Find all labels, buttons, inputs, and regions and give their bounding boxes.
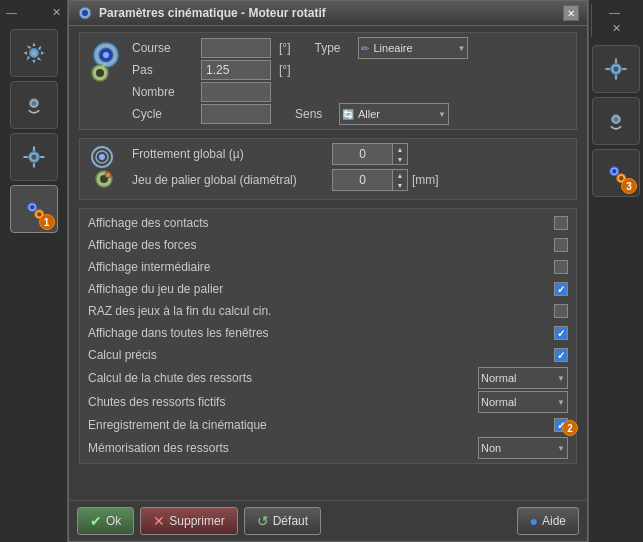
- ok-label: Ok: [106, 514, 121, 528]
- pas-unit: [°]: [279, 63, 290, 77]
- memorisation-arrow: ▼: [557, 444, 565, 453]
- pas-label: Pas: [132, 63, 197, 77]
- pas-input[interactable]: [201, 60, 271, 80]
- cb-5[interactable]: [554, 326, 568, 340]
- svg-point-7: [30, 205, 34, 209]
- left-sidebar-minus[interactable]: —: [6, 6, 17, 19]
- defaut-button[interactable]: ↺ Défaut: [244, 507, 321, 535]
- top-fields: Course [°] Type ✏ Lineaire ▼ Pas: [132, 37, 568, 125]
- jeu-input[interactable]: [332, 169, 392, 191]
- svg-point-16: [96, 69, 104, 77]
- cb-label-3: Affichage du jeu de palier: [88, 282, 548, 296]
- right-sidebar-close[interactable]: ✕: [612, 22, 621, 35]
- right-sidebar-btn-3-badge: 3: [621, 178, 637, 194]
- nombre-input[interactable]: [201, 82, 271, 102]
- dialog-close-btn[interactable]: ✕: [563, 5, 579, 21]
- main-dialog: Paramètres cinématique - Moteur rotatif …: [68, 0, 588, 542]
- aide-icon: ●: [530, 513, 538, 529]
- dialog-titlebar: Paramètres cinématique - Moteur rotatif …: [69, 1, 587, 26]
- cb-label-5: Affichage dans toutes les fenêtres: [88, 326, 548, 340]
- cb-3[interactable]: [554, 282, 568, 296]
- sidebar-btn-4[interactable]: 1: [10, 185, 58, 233]
- enregistrement-row: Enregistrement de la cinématique 2: [88, 415, 568, 435]
- cb-label-2: Affichage intermédiaire: [88, 260, 548, 274]
- cb-4[interactable]: [554, 304, 568, 318]
- frottement-label: Frottement global (µ): [132, 147, 332, 161]
- checkbox-row-4: RAZ des jeux à la fin du calcul cin.: [88, 301, 568, 321]
- nombre-label: Nombre: [132, 85, 197, 99]
- cb-2[interactable]: [554, 260, 568, 274]
- cb-0[interactable]: [554, 216, 568, 230]
- right-sidebar-btn-1[interactable]: [592, 45, 640, 93]
- pas-row: Pas [°]: [132, 59, 568, 81]
- chute-fictifs-arrow: ▼: [557, 398, 565, 407]
- svg-point-14: [103, 52, 109, 58]
- memorisation-label: Mémorisation des ressorts: [88, 441, 472, 455]
- svg-point-28: [612, 169, 616, 173]
- chute-fictifs-dropdown[interactable]: Normal ▼: [478, 391, 568, 413]
- cycle-input[interactable]: [201, 104, 271, 124]
- frottement-up-btn[interactable]: ▲: [393, 144, 407, 154]
- enregistrement-cb-container: 2: [554, 418, 568, 432]
- jeu-spinner-btns: ▲ ▼: [392, 169, 408, 191]
- type-dropdown[interactable]: ✏ Lineaire ▼: [358, 37, 468, 59]
- sens-dropdown[interactable]: 🔄 Aller ▼: [339, 103, 449, 125]
- dialog-footer: ✔ Ok ✕ Supprimer ↺ Défaut ● Aide: [69, 500, 587, 541]
- cb-1[interactable]: [554, 238, 568, 252]
- course-row: Course [°] Type ✏ Lineaire ▼: [132, 37, 568, 59]
- left-sidebar-topbar: — ✕: [2, 4, 65, 21]
- enregistrement-badge: 2: [562, 420, 578, 436]
- svg-point-19: [99, 154, 105, 160]
- frottement-down-btn[interactable]: ▼: [393, 154, 407, 164]
- right-sidebar-minus[interactable]: —: [609, 6, 620, 18]
- dialog-title-left: Paramètres cinématique - Moteur rotatif: [77, 5, 326, 21]
- top-section: Course [°] Type ✏ Lineaire ▼ Pas: [79, 32, 577, 130]
- cb-label-6: Calcul précis: [88, 348, 548, 362]
- calcul-chute-dropdown[interactable]: Normal ▼: [478, 367, 568, 389]
- memorisation-row: Mémorisation des ressorts Non ▼: [88, 437, 568, 459]
- right-sidebar-topbar: — ✕: [591, 4, 641, 37]
- cb-label-1: Affichage des forces: [88, 238, 548, 252]
- checkbox-row-3: Affichage du jeu de palier: [88, 279, 568, 299]
- right-sidebar-btn-3[interactable]: 3: [592, 149, 640, 197]
- ok-button[interactable]: ✔ Ok: [77, 507, 134, 535]
- aide-button[interactable]: ● Aide: [517, 507, 580, 535]
- svg-point-22: [105, 172, 111, 178]
- supprimer-label: Supprimer: [169, 514, 224, 528]
- frottement-spinner-btns: ▲ ▼: [392, 143, 408, 165]
- calcul-chute-row: Calcul de la chute des ressorts Normal ▼: [88, 367, 568, 389]
- left-sidebar-close[interactable]: ✕: [52, 6, 61, 19]
- right-sidebar-btn-2[interactable]: [592, 97, 640, 145]
- memorisation-dropdown[interactable]: Non ▼: [478, 437, 568, 459]
- sidebar-btn-1[interactable]: [10, 29, 58, 77]
- sidebar-btn-3[interactable]: [10, 133, 58, 181]
- supprimer-button[interactable]: ✕ Supprimer: [140, 507, 237, 535]
- cb-6[interactable]: [554, 348, 568, 362]
- jeu-up-btn[interactable]: ▲: [393, 170, 407, 180]
- cycle-label: Cycle: [132, 107, 197, 121]
- frottement-input[interactable]: [332, 143, 392, 165]
- right-sidebar: — ✕ 3: [588, 0, 643, 542]
- aide-label: Aide: [542, 514, 566, 528]
- memorisation-value: Non: [481, 442, 501, 454]
- frottement-row: Frottement global (µ) ▲ ▼: [132, 143, 568, 165]
- jeu-row: Jeu de palier global (diamétral) ▲ ▼ [mm…: [132, 169, 568, 191]
- bearing-icon: [88, 143, 124, 195]
- svg-point-3: [31, 101, 36, 106]
- motor-icon: [88, 37, 124, 89]
- jeu-label: Jeu de palier global (diamétral): [132, 173, 332, 187]
- calcul-chute-label: Calcul de la chute des ressorts: [88, 371, 472, 385]
- course-input[interactable]: [201, 38, 271, 58]
- frottement-spinner[interactable]: ▲ ▼: [332, 143, 408, 165]
- svg-point-26: [613, 117, 618, 122]
- sidebar-btn-2[interactable]: [10, 81, 58, 129]
- course-unit: [°]: [279, 41, 290, 55]
- dialog-title-icon: [77, 5, 93, 21]
- jeu-down-btn[interactable]: ▼: [393, 180, 407, 190]
- defaut-icon: ↺: [257, 513, 269, 529]
- checkbox-section: Affichage des contacts Affichage des for…: [79, 208, 577, 464]
- jeu-spinner[interactable]: ▲ ▼: [332, 169, 408, 191]
- mid-section-inner: Frottement global (µ) ▲ ▼ Jeu de palier …: [88, 143, 568, 195]
- svg-point-24: [613, 66, 618, 71]
- ok-icon: ✔: [90, 513, 102, 529]
